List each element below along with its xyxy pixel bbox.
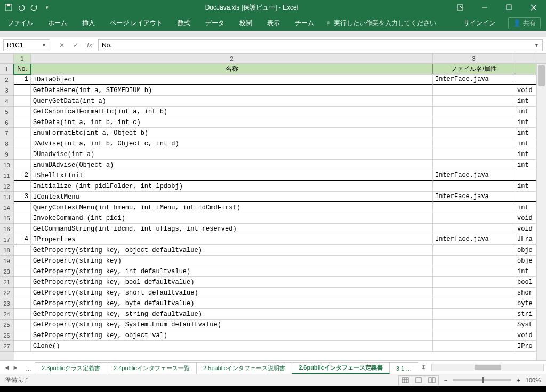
row-header[interactable]: 1 (0, 64, 14, 75)
cell[interactable] (515, 75, 536, 85)
cell[interactable] (14, 107, 31, 117)
cell[interactable] (433, 128, 515, 138)
cancel-formula-icon[interactable]: ✕ (58, 42, 66, 49)
cell[interactable] (14, 266, 31, 276)
cell[interactable] (14, 288, 31, 298)
cell[interactable]: GetProperty(string key, bool defaultvalu… (31, 277, 433, 287)
signin-link[interactable]: サインイン (456, 19, 503, 28)
cell[interactable]: obje (515, 245, 536, 255)
cell[interactable]: int (515, 96, 536, 106)
row-header[interactable]: 7 (0, 128, 14, 138)
cell[interactable]: IShellExtInit (31, 170, 433, 181)
cell[interactable]: DUnadvise(int a) (31, 149, 433, 159)
cell[interactable] (433, 213, 515, 223)
row-header[interactable]: 18 (0, 245, 14, 256)
redo-icon[interactable] (30, 3, 38, 12)
sheet-tab[interactable]: 2.6publicインタフェース定義書 (292, 362, 390, 374)
cell[interactable]: GetDataHere(int a, STGMEDIUM b) (31, 85, 433, 95)
cell[interactable]: int (515, 181, 536, 191)
cell[interactable] (433, 330, 515, 340)
sheet-tab[interactable]: 2.5publicインタフェース説明書 (196, 362, 292, 374)
cell[interactable]: int (515, 107, 536, 117)
cell[interactable]: SetProperty(string key, object val) (31, 330, 433, 340)
tab-nav-buttons[interactable]: ◄ ► (0, 364, 22, 371)
zoom-slider[interactable] (453, 379, 511, 381)
cell[interactable]: GetProperty(string key, System.Enum defa… (31, 320, 433, 330)
enter-formula-icon[interactable]: ✓ (71, 42, 80, 49)
cell[interactable]: int (515, 149, 536, 159)
cell[interactable]: IContextMenu (31, 192, 433, 202)
cell[interactable] (14, 149, 31, 159)
cell[interactable] (14, 224, 31, 234)
cell[interactable]: No. (14, 64, 31, 74)
cell[interactable] (433, 202, 515, 213)
cell[interactable]: InterFace.java (433, 234, 515, 244)
cell[interactable] (14, 256, 31, 266)
cell[interactable]: InvokeCommand (int pici) (31, 213, 433, 223)
cell[interactable] (433, 320, 515, 330)
row-header[interactable]: 23 (0, 298, 14, 309)
cell[interactable] (14, 277, 31, 287)
tab-nav-prev-icon[interactable]: ◄ (3, 364, 11, 371)
row-header[interactable]: 12 (0, 181, 14, 192)
qat-customize-icon[interactable]: ▾ (43, 3, 51, 12)
tab-file[interactable]: ファイル (0, 15, 41, 31)
cell[interactable] (433, 160, 515, 170)
cell[interactable]: GetProperty(string key, byte defaultvalu… (31, 298, 433, 308)
cell[interactable]: IProperties (31, 234, 433, 244)
cell[interactable] (14, 85, 31, 95)
cell[interactable] (433, 149, 515, 159)
sheet-tab[interactable]: 2.4publicインタフェース一覧 (107, 362, 197, 374)
cell[interactable]: InterFace.java (433, 170, 515, 181)
cell[interactable] (515, 170, 536, 181)
maximize-icon[interactable] (497, 0, 521, 15)
vertical-scroll-thumb[interactable] (538, 65, 545, 86)
cell[interactable] (433, 245, 515, 255)
cell[interactable]: IDataObject (31, 75, 433, 85)
tab-data[interactable]: データ (198, 15, 232, 31)
row-header[interactable]: 25 (0, 320, 14, 330)
row-header[interactable]: 8 (0, 138, 14, 149)
cell[interactable]: InterFace.java (433, 192, 515, 202)
cell[interactable]: int (515, 266, 536, 276)
cell[interactable] (14, 309, 31, 319)
cells-area[interactable]: No.名称ファイル名/属性1IDataObjectInterFace.javaG… (14, 64, 536, 360)
row-header[interactable]: 16 (0, 224, 14, 234)
cell[interactable] (433, 288, 515, 298)
cell[interactable]: void (515, 330, 536, 340)
col-header-2[interactable]: 2 (31, 54, 433, 64)
cell[interactable]: 4 (14, 234, 31, 244)
tab-insert[interactable]: 挿入 (75, 15, 102, 31)
row-header[interactable]: 9 (0, 149, 14, 160)
pagebreak-view-icon[interactable] (425, 375, 439, 385)
cell[interactable]: void (515, 85, 536, 95)
cell[interactable]: void (515, 213, 536, 223)
cell[interactable]: SetData(int a, int b, int c) (31, 117, 433, 127)
row-header[interactable]: 10 (0, 160, 14, 170)
worksheet-grid[interactable]: 1234567891011121314151617181920212223242… (0, 64, 546, 360)
sheet-tab[interactable]: … (22, 363, 35, 374)
formula-expand-icon[interactable]: ▼ (534, 43, 539, 48)
cell[interactable]: GetProperty(string key) (31, 256, 433, 266)
row-header[interactable]: 14 (0, 202, 14, 213)
cell[interactable]: GetProperty(string key, object defaultva… (31, 245, 433, 255)
cell[interactable] (14, 117, 31, 127)
sheet-tab[interactable]: 3.1 … (389, 362, 418, 374)
cell[interactable]: int (515, 160, 536, 170)
row-header[interactable]: 19 (0, 256, 14, 266)
name-box[interactable]: R1C1 ▼ (3, 39, 50, 51)
pagelayout-view-icon[interactable] (412, 375, 425, 385)
row-header[interactable]: 15 (0, 213, 14, 224)
cell[interactable]: Clone() (31, 341, 433, 351)
cell[interactable] (14, 181, 31, 191)
cell[interactable]: IPro (515, 341, 536, 351)
row-header[interactable]: 21 (0, 277, 14, 288)
tab-nav-next-icon[interactable]: ► (12, 364, 19, 371)
cell[interactable] (433, 298, 515, 308)
cell[interactable] (14, 138, 31, 149)
row-header[interactable]: 5 (0, 107, 14, 117)
fx-icon[interactable]: fx (85, 42, 94, 49)
zoom-thumb[interactable] (482, 377, 484, 383)
tab-review[interactable]: 校閲 (232, 15, 260, 31)
cell[interactable]: GetProperty(string key, short defaultval… (31, 288, 433, 298)
